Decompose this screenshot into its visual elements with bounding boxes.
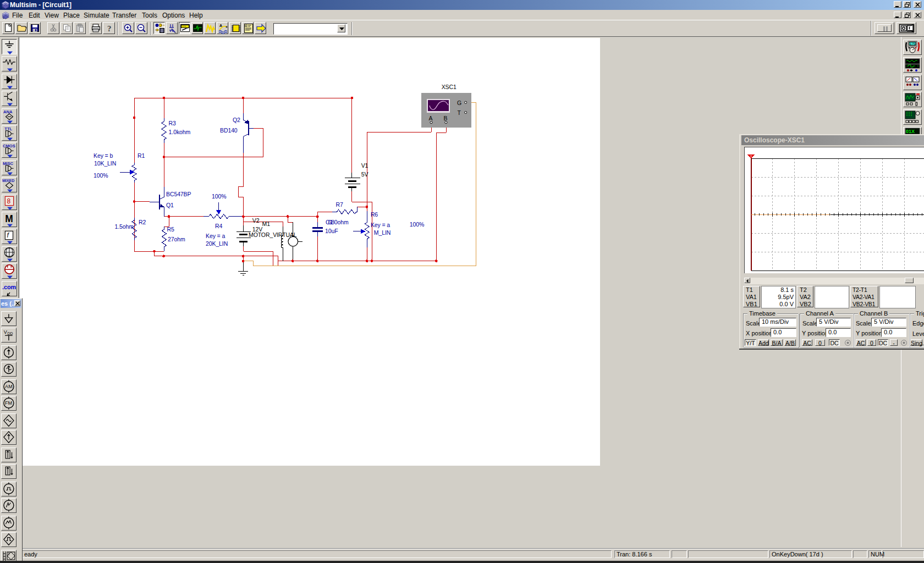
svg-text:MOTOR_VIRTUAL: MOTOR_VIRTUAL [249,231,297,238]
svg-text:R3: R3 [169,120,176,126]
svg-text:M_LIN: M_LIN [374,229,391,236]
svg-text:R7: R7 [336,201,343,208]
svg-text:T: T [458,109,461,116]
svg-text:G: G [457,100,461,106]
svg-text:10uF: 10uF [325,228,338,234]
svg-text:Key = b: Key = b [94,152,113,159]
svg-text:20K_LIN: 20K_LIN [206,240,228,247]
svg-text:M1: M1 [262,220,271,227]
svg-text:1.5ohm: 1.5ohm [115,223,134,230]
svg-text:Key = a: Key = a [371,222,390,228]
svg-text:Q1: Q1 [166,202,174,208]
svg-text:680ohm: 680ohm [328,219,349,225]
svg-text:V2: V2 [252,217,260,224]
svg-text:Key = a: Key = a [206,233,225,239]
svg-text:BD140: BD140 [220,127,238,134]
svg-text:BC547BP: BC547BP [166,191,191,197]
svg-text:V1: V1 [361,162,369,169]
svg-text:R5: R5 [167,226,174,233]
svg-text:100%: 100% [212,193,226,200]
svg-text:R1: R1 [138,152,145,159]
svg-text:27ohm: 27ohm [168,236,185,242]
svg-text:5V: 5V [361,171,369,178]
svg-text:B: B [444,115,448,122]
svg-text:10K_LIN: 10K_LIN [94,160,116,167]
svg-text:100%: 100% [94,172,108,179]
svg-text:R6: R6 [371,211,378,218]
svg-text:A: A [429,115,433,122]
svg-text:R2: R2 [139,219,146,225]
svg-text:XSC1: XSC1 [442,84,457,90]
svg-text:Q2: Q2 [233,117,240,123]
svg-text:100%: 100% [410,221,424,228]
svg-text:1.0kohm: 1.0kohm [169,129,191,135]
svg-text:R4: R4 [215,223,222,229]
